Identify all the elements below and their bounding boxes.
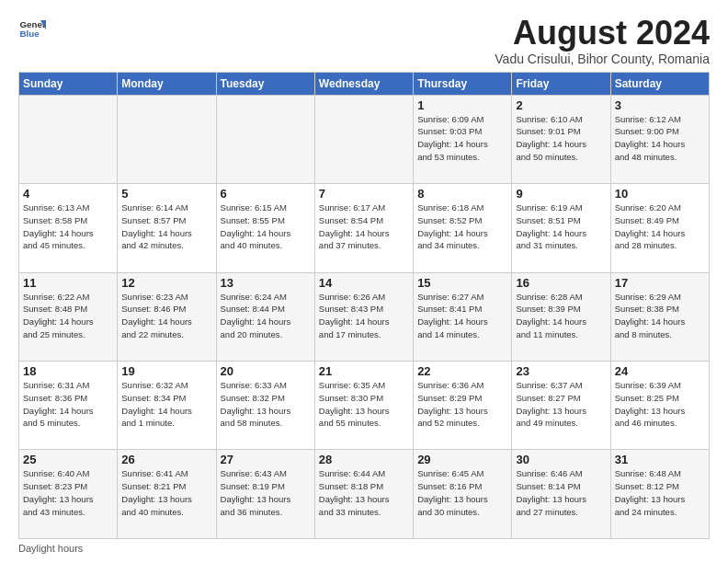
day-info: Sunrise: 6:29 AM Sunset: 8:38 PM Dayligh…	[615, 291, 705, 341]
calendar-cell	[118, 95, 216, 183]
day-info: Sunrise: 6:48 AM Sunset: 8:12 PM Dayligh…	[615, 467, 705, 518]
calendar-cell: 23Sunrise: 6:37 AM Sunset: 8:27 PM Dayli…	[512, 362, 610, 450]
day-info: Sunrise: 6:39 AM Sunset: 8:25 PM Dayligh…	[615, 379, 705, 430]
calendar-cell: 28Sunrise: 6:44 AM Sunset: 8:18 PM Dayli…	[314, 450, 413, 539]
day-info: Sunrise: 6:35 AM Sunset: 8:30 PM Dayligh…	[319, 379, 409, 430]
day-info: Sunrise: 6:09 AM Sunset: 9:03 PM Dayligh…	[417, 113, 507, 164]
calendar-cell: 14Sunrise: 6:26 AM Sunset: 8:43 PM Dayli…	[314, 272, 413, 361]
day-info: Sunrise: 6:32 AM Sunset: 8:34 PM Dayligh…	[121, 379, 211, 430]
calendar-cell: 20Sunrise: 6:33 AM Sunset: 8:32 PM Dayli…	[216, 362, 314, 450]
main-title: August 2024	[495, 15, 710, 52]
calendar-cell: 12Sunrise: 6:23 AM Sunset: 8:46 PM Dayli…	[118, 272, 216, 361]
day-number: 9	[516, 187, 606, 201]
day-info: Sunrise: 6:36 AM Sunset: 8:29 PM Dayligh…	[417, 379, 507, 430]
day-info: Sunrise: 6:22 AM Sunset: 8:48 PM Dayligh…	[23, 291, 113, 341]
day-info: Sunrise: 6:40 AM Sunset: 8:23 PM Dayligh…	[23, 467, 113, 518]
day-number: 31	[615, 453, 705, 466]
day-info: Sunrise: 6:13 AM Sunset: 8:58 PM Dayligh…	[23, 201, 113, 252]
day-header-monday: Monday	[118, 72, 216, 95]
day-number: 1	[417, 98, 507, 112]
subtitle: Vadu Crisului, Bihor County, Romania	[495, 52, 710, 66]
day-number: 18	[23, 364, 113, 378]
day-number: 2	[516, 98, 606, 112]
day-number: 5	[121, 187, 211, 201]
day-number: 20	[221, 364, 311, 378]
day-info: Sunrise: 6:28 AM Sunset: 8:39 PM Dayligh…	[516, 291, 606, 341]
calendar-cell: 5Sunrise: 6:14 AM Sunset: 8:57 PM Daylig…	[118, 184, 216, 272]
calendar-cell: 1Sunrise: 6:09 AM Sunset: 9:03 PM Daylig…	[414, 95, 512, 183]
footer-note: Daylight hours	[18, 543, 710, 554]
calendar-cell: 13Sunrise: 6:24 AM Sunset: 8:44 PM Dayli…	[216, 272, 314, 361]
calendar-cell: 8Sunrise: 6:18 AM Sunset: 8:52 PM Daylig…	[414, 184, 512, 272]
day-header-sunday: Sunday	[19, 72, 118, 95]
day-info: Sunrise: 6:18 AM Sunset: 8:52 PM Dayligh…	[417, 201, 507, 252]
calendar-cell: 6Sunrise: 6:15 AM Sunset: 8:55 PM Daylig…	[216, 184, 314, 272]
day-info: Sunrise: 6:20 AM Sunset: 8:49 PM Dayligh…	[615, 201, 705, 252]
day-info: Sunrise: 6:24 AM Sunset: 8:44 PM Dayligh…	[221, 291, 311, 341]
day-info: Sunrise: 6:12 AM Sunset: 9:00 PM Dayligh…	[615, 113, 705, 164]
calendar-cell: 25Sunrise: 6:40 AM Sunset: 8:23 PM Dayli…	[19, 450, 118, 539]
calendar-header-row: SundayMondayTuesdayWednesdayThursdayFrid…	[19, 72, 710, 95]
calendar-cell: 24Sunrise: 6:39 AM Sunset: 8:25 PM Dayli…	[610, 362, 709, 450]
page-header: General Blue August 2024 Vadu Crisului, …	[18, 15, 710, 66]
day-number: 10	[615, 187, 705, 201]
day-number: 30	[516, 453, 606, 466]
title-block: August 2024 Vadu Crisului, Bihor County,…	[495, 15, 710, 66]
calendar-cell: 3Sunrise: 6:12 AM Sunset: 9:00 PM Daylig…	[610, 95, 709, 183]
calendar-cell	[19, 95, 118, 183]
day-number: 19	[121, 364, 211, 378]
calendar-cell: 4Sunrise: 6:13 AM Sunset: 8:58 PM Daylig…	[19, 184, 118, 272]
day-info: Sunrise: 6:33 AM Sunset: 8:32 PM Dayligh…	[221, 379, 311, 430]
day-info: Sunrise: 6:44 AM Sunset: 8:18 PM Dayligh…	[319, 467, 409, 518]
day-number: 12	[121, 276, 211, 290]
day-number: 26	[121, 453, 211, 466]
calendar-cell: 21Sunrise: 6:35 AM Sunset: 8:30 PM Dayli…	[314, 362, 413, 450]
calendar-week-5: 25Sunrise: 6:40 AM Sunset: 8:23 PM Dayli…	[19, 450, 710, 539]
day-info: Sunrise: 6:23 AM Sunset: 8:46 PM Dayligh…	[121, 291, 211, 341]
day-info: Sunrise: 6:43 AM Sunset: 8:19 PM Dayligh…	[221, 467, 311, 518]
calendar-week-2: 4Sunrise: 6:13 AM Sunset: 8:58 PM Daylig…	[19, 184, 710, 272]
day-info: Sunrise: 6:26 AM Sunset: 8:43 PM Dayligh…	[319, 291, 409, 341]
day-header-tuesday: Tuesday	[216, 72, 314, 95]
calendar-cell: 19Sunrise: 6:32 AM Sunset: 8:34 PM Dayli…	[118, 362, 216, 450]
calendar-cell: 15Sunrise: 6:27 AM Sunset: 8:41 PM Dayli…	[414, 272, 512, 361]
calendar-week-1: 1Sunrise: 6:09 AM Sunset: 9:03 PM Daylig…	[19, 95, 710, 183]
calendar-week-4: 18Sunrise: 6:31 AM Sunset: 8:36 PM Dayli…	[19, 362, 710, 450]
calendar-cell: 26Sunrise: 6:41 AM Sunset: 8:21 PM Dayli…	[118, 450, 216, 539]
day-number: 24	[615, 364, 705, 378]
calendar-body: 1Sunrise: 6:09 AM Sunset: 9:03 PM Daylig…	[19, 95, 710, 538]
day-header-wednesday: Wednesday	[314, 72, 413, 95]
day-number: 17	[615, 276, 705, 290]
logo-icon: General Blue	[18, 15, 46, 42]
calendar-cell: 30Sunrise: 6:46 AM Sunset: 8:14 PM Dayli…	[512, 450, 610, 539]
calendar-cell: 29Sunrise: 6:45 AM Sunset: 8:16 PM Dayli…	[414, 450, 512, 539]
day-info: Sunrise: 6:10 AM Sunset: 9:01 PM Dayligh…	[516, 113, 606, 164]
day-header-friday: Friday	[512, 72, 610, 95]
logo: General Blue	[18, 15, 46, 42]
calendar-cell: 16Sunrise: 6:28 AM Sunset: 8:39 PM Dayli…	[512, 272, 610, 361]
day-number: 6	[221, 187, 311, 201]
day-header-thursday: Thursday	[414, 72, 512, 95]
day-header-saturday: Saturday	[610, 72, 709, 95]
calendar-cell	[216, 95, 314, 183]
day-number: 25	[23, 453, 113, 466]
day-number: 21	[319, 364, 409, 378]
calendar-cell: 9Sunrise: 6:19 AM Sunset: 8:51 PM Daylig…	[512, 184, 610, 272]
day-info: Sunrise: 6:17 AM Sunset: 8:54 PM Dayligh…	[319, 201, 409, 252]
day-number: 15	[417, 276, 507, 290]
calendar-cell	[314, 95, 413, 183]
day-number: 27	[221, 453, 311, 466]
svg-text:Blue: Blue	[20, 29, 40, 39]
calendar-cell: 10Sunrise: 6:20 AM Sunset: 8:49 PM Dayli…	[610, 184, 709, 272]
day-number: 3	[615, 98, 705, 112]
day-info: Sunrise: 6:37 AM Sunset: 8:27 PM Dayligh…	[516, 379, 606, 430]
day-info: Sunrise: 6:15 AM Sunset: 8:55 PM Dayligh…	[221, 201, 311, 252]
day-number: 22	[417, 364, 507, 378]
day-number: 29	[417, 453, 507, 466]
day-number: 16	[516, 276, 606, 290]
day-info: Sunrise: 6:41 AM Sunset: 8:21 PM Dayligh…	[121, 467, 211, 518]
day-info: Sunrise: 6:31 AM Sunset: 8:36 PM Dayligh…	[23, 379, 113, 430]
calendar-cell: 18Sunrise: 6:31 AM Sunset: 8:36 PM Dayli…	[19, 362, 118, 450]
day-info: Sunrise: 6:19 AM Sunset: 8:51 PM Dayligh…	[516, 201, 606, 252]
calendar-cell: 31Sunrise: 6:48 AM Sunset: 8:12 PM Dayli…	[610, 450, 709, 539]
